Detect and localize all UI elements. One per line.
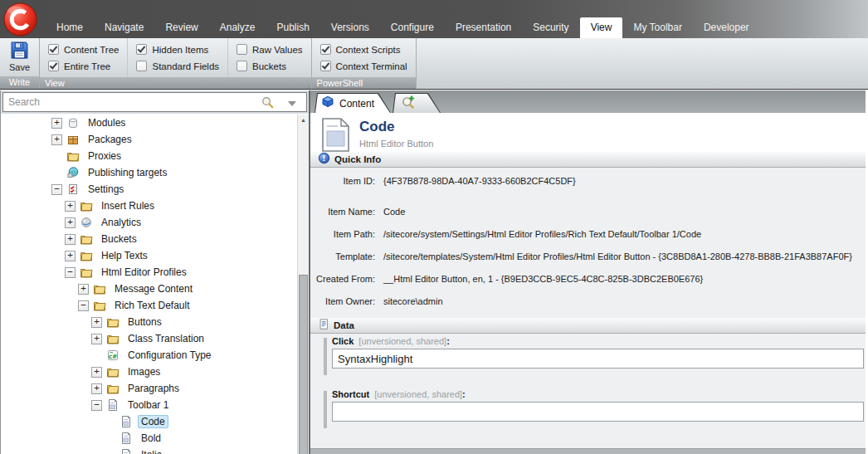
quick-info-header[interactable]: ! Quick Info <box>310 152 866 168</box>
content-tree: +Modules+PackagesProxiesPublishing targe… <box>2 115 295 454</box>
click-field-input[interactable] <box>332 349 864 369</box>
tree-item-html-editor-profiles[interactable]: −Html Editor Profiles <box>2 264 295 281</box>
quick-info-row-item-path: Item Path:/sitecore/system/Settings/Html… <box>310 229 866 251</box>
ribbon-tabs: HomeNavigateReviewAnalyzePublishVersions… <box>46 17 760 38</box>
menu-tab-developer[interactable]: Developer <box>693 17 760 38</box>
tree-item-code[interactable]: Code <box>2 413 295 430</box>
ribbon-chunk-write: Save Write <box>0 38 40 89</box>
sitecore-logo-icon[interactable] <box>2 2 38 37</box>
checkbox-icon[interactable] <box>237 44 247 55</box>
search-icon[interactable] <box>261 95 275 110</box>
checkbox-icon[interactable] <box>48 44 59 55</box>
document-icon <box>119 448 133 454</box>
menu-tab-presentation[interactable]: Presentation <box>445 17 522 38</box>
menu-tab-review[interactable]: Review <box>154 17 208 38</box>
checkbox-icon[interactable] <box>237 61 247 71</box>
tree-item-message-content[interactable]: +Message Content <box>2 281 295 297</box>
tree-item-label: Class Translation <box>124 332 207 345</box>
checkbox-raw-values[interactable]: Raw Values <box>237 44 303 55</box>
document-icon <box>106 398 119 412</box>
expand-icon[interactable]: + <box>65 234 76 245</box>
checkbox-icon[interactable] <box>136 61 147 71</box>
search-dropdown-icon[interactable] <box>288 101 296 106</box>
expand-icon[interactable]: + <box>91 334 102 344</box>
tab-content[interactable]: Content <box>315 93 391 113</box>
ribbon-group-label-write: Write <box>0 76 39 89</box>
menu-tab-publish[interactable]: Publish <box>266 17 319 38</box>
tree-item-analytics[interactable]: +Analytics <box>2 214 295 231</box>
collapse-icon[interactable]: − <box>78 300 89 311</box>
tree-item-class-translation[interactable]: +Class Translation <box>2 330 295 347</box>
tree-item-settings[interactable]: −Settings <box>2 181 295 198</box>
expand-icon[interactable]: + <box>78 284 89 295</box>
menu-tab-home[interactable]: Home <box>46 17 94 38</box>
tree-item-configuration-type[interactable]: c#Configuration Type <box>2 347 295 364</box>
tree-item-modules[interactable]: +Modules <box>2 115 295 131</box>
collapse-icon[interactable]: − <box>51 184 62 195</box>
tree-item-label: Configuration Type <box>124 349 215 362</box>
checkbox-icon[interactable] <box>48 61 59 71</box>
tree-item-paragraphs[interactable]: +Paragraphs <box>2 380 295 397</box>
menu-tab-view[interactable]: View <box>580 17 623 38</box>
collapse-icon[interactable]: − <box>91 400 102 411</box>
expand-icon[interactable]: + <box>65 251 76 261</box>
folder-icon <box>106 382 119 395</box>
data-section-header[interactable]: Data <box>310 318 866 334</box>
menu-tab-versions[interactable]: Versions <box>320 17 380 38</box>
menu-tab-configure[interactable]: Configure <box>380 17 445 38</box>
tree-item-help-texts[interactable]: +Help Texts <box>2 247 295 264</box>
checkbox-context-terminal[interactable]: Context Terminal <box>320 61 407 71</box>
expand-icon[interactable]: + <box>91 317 102 328</box>
checkbox-buckets[interactable]: Buckets <box>237 61 303 71</box>
tree-item-label: Paragraphs <box>124 382 183 395</box>
tree-item-publishing-targets[interactable]: Publishing targets <box>2 164 295 181</box>
checkbox-content-tree[interactable]: Content Tree <box>48 44 119 55</box>
scrollbar-thumb[interactable] <box>299 275 308 454</box>
checkbox-context-scripts[interactable]: Context Scripts <box>320 44 407 55</box>
expand-icon[interactable]: + <box>51 134 62 145</box>
tree-item-toolbar-1[interactable]: −Toolbar 1 <box>2 397 295 413</box>
checkbox-hidden-items[interactable]: Hidden Items <box>136 44 219 55</box>
expand-icon[interactable]: + <box>51 118 62 129</box>
ribbon-group-powershell: Context ScriptsContext TerminalPowerShel… <box>312 38 417 89</box>
tree-item-label: Modules <box>85 116 129 129</box>
menu-tab-security[interactable]: Security <box>522 17 579 38</box>
tree-item-proxies[interactable]: Proxies <box>2 148 295 164</box>
field-shortcut-label: Shortcut [unversioned, shared]: <box>332 389 866 402</box>
shortcut-field-input[interactable] <box>332 402 864 422</box>
tree-item-buttons[interactable]: +Buttons <box>2 314 295 330</box>
expand-icon[interactable]: + <box>65 217 76 228</box>
checkbox-label: Content Tree <box>64 45 119 55</box>
expand-icon[interactable]: + <box>65 201 76 212</box>
expand-icon[interactable]: + <box>91 383 102 394</box>
tree-item-rich-text-default[interactable]: −Rich Text Default <box>2 297 295 314</box>
checkbox-icon[interactable] <box>320 44 331 55</box>
ribbon-group-label-view: View <box>40 77 311 89</box>
collapse-icon[interactable]: − <box>65 267 76 278</box>
checkbox-standard-fields[interactable]: Standard Fields <box>136 61 219 71</box>
checkbox-icon[interactable] <box>136 44 147 55</box>
checkbox-label: Buckets <box>252 61 286 71</box>
document-icon <box>119 432 133 445</box>
tree-scrollbar[interactable]: ▲ <box>297 115 309 454</box>
tree-item-insert-rules[interactable]: +Insert Rules <box>2 198 295 214</box>
tree-item-label: Packages <box>85 133 135 146</box>
tree-item-images[interactable]: +Images <box>2 364 295 380</box>
search-input[interactable]: Search <box>2 92 307 112</box>
tree-item-buckets[interactable]: +Buckets <box>2 231 295 247</box>
checkbox-entire-tree[interactable]: Entire Tree <box>48 61 119 71</box>
expand-icon[interactable]: + <box>91 367 102 378</box>
menu-tab-my-toolbar[interactable]: My Toolbar <box>622 17 692 38</box>
tree-item-bold[interactable]: Bold <box>2 430 295 447</box>
checklist-icon <box>66 183 80 196</box>
ribbon-group-label-powershell: PowerShell <box>312 77 416 89</box>
scroll-up-icon[interactable]: ▲ <box>298 115 309 126</box>
menu-tab-analyze[interactable]: Analyze <box>209 17 266 38</box>
save-button[interactable]: Save <box>0 38 39 76</box>
tree-item-packages[interactable]: +Packages <box>2 131 295 148</box>
tab-new-search[interactable] <box>393 93 441 113</box>
checkbox-icon[interactable] <box>320 61 331 71</box>
tree-item-italic[interactable]: Italic <box>2 447 295 454</box>
menu-tab-navigate[interactable]: Navigate <box>94 17 154 38</box>
svg-text:!: ! <box>322 154 325 163</box>
